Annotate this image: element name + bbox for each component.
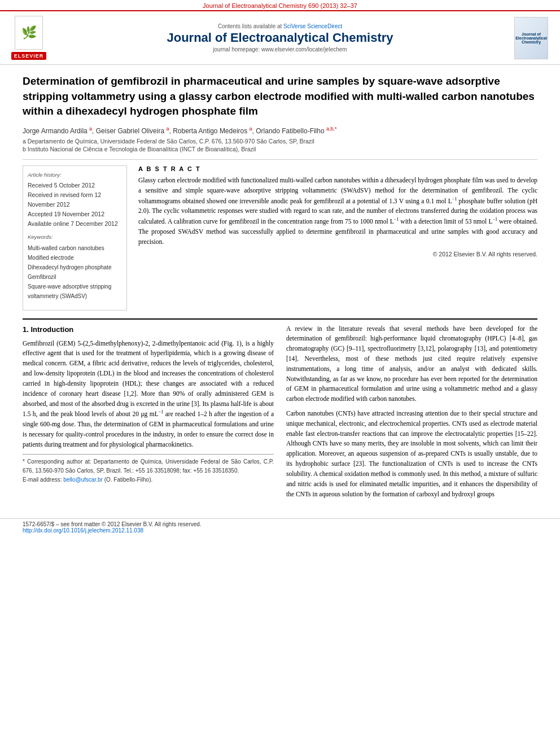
bottom-bar: 1572-6657/$ – see front matter © 2012 El… (0, 518, 560, 536)
authors: Jorge Armando Ardila a, Geiser Gabriel O… (23, 126, 537, 135)
issn-text: 1572-6657/$ – see front matter © 2012 El… (23, 521, 202, 527)
citation-text: Journal of Electroanalytical Chemistry 6… (203, 2, 357, 9)
corresponding-note: * Corresponding author at: Departamento … (23, 457, 274, 475)
sciverse-text: Contents lists available at (218, 23, 283, 29)
keywords-list: Multi-walled carbon nanotubes Modified e… (28, 243, 122, 301)
keywords-section: Keywords: Multi-walled carbon nanotubes … (28, 233, 122, 300)
journal-center: Contents lists available at SciVerse Sci… (55, 23, 505, 53)
affiliation-a: a Departamento de Química, Universidade … (23, 137, 537, 146)
journal-citation: Journal of Electroanalytical Chemistry 6… (0, 0, 560, 10)
intro-para-3: Carbon nanotubes (CNTs) have attracted i… (286, 409, 537, 499)
journal-title: Journal of Electroanalytical Chemistry (55, 30, 505, 45)
keyword-5: Square-wave adsorptive stripping voltamm… (28, 282, 122, 301)
history-section: Article history: Received 5 October 2012… (28, 171, 122, 228)
copyright: © 2012 Elsevier B.V. All rights reserved… (138, 251, 537, 257)
body-col-right: A review in the literature reveals that … (286, 324, 537, 504)
keywords-title: Keywords: (28, 233, 122, 241)
keyword-2: Modified electrode (28, 253, 122, 263)
divider-1 (23, 159, 537, 160)
keyword-4: Gemfibrozil (28, 272, 122, 282)
journal-header: 🌿 ELSEVIER Contents lists available at S… (0, 10, 560, 65)
received-date: Received 5 October 2012 (28, 181, 122, 190)
journal-thumbnail: Journal of Electroanalytical Chemistry (514, 17, 548, 59)
journal-homepage: journal homepage: www.elsevier.com/locat… (55, 46, 505, 53)
section-1-title: 1. Introduction (23, 324, 274, 335)
main-content: Determination of gemfibrozil in pharmace… (0, 65, 560, 513)
article-title: Determination of gemfibrozil in pharmace… (23, 74, 537, 119)
homepage-text: journal homepage: www.elsevier.com/locat… (213, 46, 347, 53)
footnotes: * Corresponding author at: Departamento … (23, 457, 274, 484)
footnote-divider (23, 454, 274, 455)
abstract-section: A B S T R A C T Glassy carbon electrode … (138, 165, 537, 310)
intro-para-2: A review in the literature reveals that … (286, 324, 537, 405)
abstract-title: A B S T R A C T (138, 165, 537, 172)
body-section: 1. Introduction Gemfibrozil (GEM) 5-(2,5… (23, 324, 537, 504)
accepted-date: Accepted 19 November 2012 (28, 209, 122, 219)
email-link[interactable]: bello@ufscar.br (63, 477, 103, 483)
history-title: Article history: (28, 171, 122, 179)
body-divider (23, 318, 537, 320)
issn-line: 1572-6657/$ – see front matter © 2012 El… (23, 521, 202, 534)
revised-date: Received in revised form 12 November 201… (28, 190, 122, 209)
body-col-left: 1. Introduction Gemfibrozil (GEM) 5-(2,5… (23, 324, 274, 504)
keyword-3: Dihexadecyl hydrogen phosphate (28, 263, 122, 272)
thumb-text: Journal of Electroanalytical Chemistry (515, 32, 547, 44)
sciverse-line: Contents lists available at SciVerse Sci… (55, 23, 505, 29)
sciverse-link[interactable]: SciVerse ScienceDirect (283, 23, 342, 29)
online-date: Available online 7 December 2012 (28, 219, 122, 229)
article-info-box: Article history: Received 5 October 2012… (23, 165, 127, 310)
keyword-1: Multi-walled carbon nanotubes (28, 243, 122, 253)
abstract-text: Glassy carbon electrode modified with fu… (138, 176, 537, 247)
email-note: E-mail address: bello@ufscar.br (O. Fati… (23, 475, 274, 484)
logo-right: Journal of Electroanalytical Chemistry (511, 17, 551, 59)
affiliations: a Departamento de Química, Universidade … (23, 137, 537, 154)
logo-left: 🌿 ELSEVIER (9, 16, 49, 60)
author-list: Jorge Armando Ardila a, Geiser Gabriel O… (23, 127, 336, 135)
elsevier-badge: ELSEVIER (11, 52, 47, 60)
info-abstract-section: Article history: Received 5 October 2012… (23, 165, 537, 310)
doi-link[interactable]: http://dx.doi.org/10.1016/j.jelechem.201… (23, 527, 143, 534)
affiliation-b: b Instituto Nacional de Ciência e Tecnol… (23, 145, 537, 154)
intro-para-1: Gemfibrozil (GEM) 5-(2,5-dimethylphenoxy… (23, 339, 274, 450)
elsevier-icon: 🌿 (15, 16, 43, 50)
doi-line: http://dx.doi.org/10.1016/j.jelechem.201… (23, 527, 202, 534)
article-info: Article history: Received 5 October 2012… (23, 165, 127, 310)
